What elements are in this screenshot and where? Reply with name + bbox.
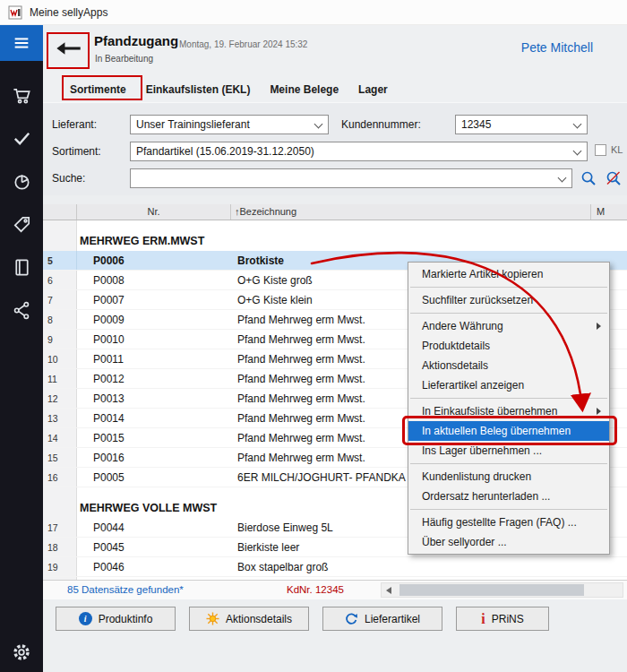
cell-nr: P0011 — [77, 349, 231, 368]
network-icon — [12, 300, 32, 321]
tab-lager[interactable]: Lager — [358, 80, 388, 101]
header-bezeichnung[interactable]: ↑Bezeichnung — [231, 204, 591, 220]
group-header-row: MEHRWEG ERM.MWST — [43, 220, 627, 251]
sortiment-select[interactable]: Pfandartikel (15.06.2019-31.12.2050) — [130, 142, 588, 161]
app-title: Meine sellyApps — [30, 6, 107, 19]
menu-item-suchfilter-zur-cksetzen[interactable]: Suchfilter zurücksetzen — [408, 290, 609, 310]
kundennummer-label: Kundennummer: — [341, 118, 421, 131]
menu-item-in-einkaufsliste-bernehmen[interactable]: In Einkaufsliste übernehmen — [408, 401, 609, 421]
kl-label: KL — [611, 144, 623, 155]
row-number — [43, 220, 77, 251]
cell-nr: P0045 — [77, 538, 231, 556]
kl-checkbox[interactable] — [595, 144, 606, 156]
row-number: 17 — [43, 518, 77, 537]
scroll-left-icon[interactable] — [386, 587, 391, 594]
row-number: 11 — [43, 369, 77, 388]
advanced-search-button[interactable] — [602, 168, 625, 190]
cell-nr: P0044 — [77, 518, 231, 537]
page-title: Pfandzugang — [94, 33, 178, 48]
cell-nr: P0013 — [77, 389, 231, 408]
row-number: 9 — [43, 330, 77, 349]
scrollbar-thumb[interactable] — [399, 584, 584, 596]
search-button[interactable] — [577, 168, 600, 190]
row-number: 18 — [43, 538, 77, 556]
menu-item-produktdetails[interactable]: Produktdetails — [408, 336, 609, 356]
lieferartikel-button[interactable]: Lieferartikel — [322, 607, 442, 631]
lieferant-value: Unser Trainingslieferant — [136, 118, 250, 131]
menu-item-ber-sellyorder[interactable]: Über sellyorder ... — [408, 532, 609, 552]
menu-separator — [408, 461, 609, 467]
filter-form: Lieferant: Unser Trainingslieferant Kund… — [43, 102, 627, 195]
row-number — [43, 487, 77, 518]
arrow-left-icon — [55, 39, 83, 57]
lieferant-label: Lieferant: — [52, 118, 97, 131]
back-button[interactable] — [52, 38, 86, 61]
cell-bezeichnung: Box stapelbar groß — [231, 557, 591, 576]
table-header: Nr. ↑Bezeichnung M — [43, 204, 627, 220]
tab-bar: SortimenteEinkaufslisten (EKL)Meine Bele… — [70, 80, 388, 101]
header-menge[interactable]: M — [591, 204, 627, 220]
price-tag-icon — [12, 214, 32, 235]
sidebar-item-prices[interactable] — [0, 206, 43, 242]
row-number: 14 — [43, 428, 77, 447]
lieferant-select[interactable]: Unser Trainingslieferant — [130, 115, 329, 134]
menu-item-andere-w-hrung[interactable]: Andere Währung — [408, 316, 609, 336]
sidebar-item-statistics[interactable] — [0, 163, 43, 199]
sidebar-item-cart[interactable] — [0, 77, 43, 113]
sun-icon — [206, 612, 219, 625]
menu-item-ins-lager-bernehmen[interactable]: Ins Lager übernehmen ... — [408, 441, 609, 461]
menu-item-in-aktuellen-beleg-bernehmen[interactable]: In aktuellen Beleg übernehmen — [408, 421, 609, 441]
table-row[interactable]: 19P0046Box stapelbar groß — [43, 557, 627, 577]
menu-item-aktionsdetails[interactable]: Aktionsdetails — [408, 356, 609, 375]
aktionsdetails-button[interactable]: Aktionsdetails — [189, 607, 309, 631]
menu-item-h-ufig-gestellte-fragen-faq[interactable]: Häufig gestellte Fragen (FAQ) ... — [408, 513, 609, 532]
records-found-text: 85 Datensätze gefunden* — [67, 584, 184, 595]
menu-separator — [408, 395, 609, 401]
row-number: 7 — [43, 290, 77, 309]
row-number: 5 — [43, 251, 77, 270]
menu-button[interactable] — [0, 25, 43, 61]
menu-item-ordersatz-herunterladen[interactable]: Ordersatz herunterladen ... — [408, 487, 609, 506]
menu-item-lieferartikel-anzeigen[interactable]: Lieferartikel anzeigen — [408, 375, 609, 395]
sidebar-item-tasks[interactable] — [0, 120, 43, 156]
suche-label: Suche: — [52, 172, 85, 185]
row-number: 16 — [43, 468, 77, 487]
customer-number-text: KdNr. 12345 — [287, 584, 344, 595]
produktinfo-button[interactable]: iProduktinfo — [56, 607, 176, 631]
checkmark-icon — [12, 128, 32, 149]
sortiment-value: Pfandartikel (15.06.2019-31.12.2050) — [136, 145, 314, 158]
status-bar: 85 Datensätze gefunden* KdNr. 12345 — [43, 580, 627, 599]
menu-item-markierte-artikel-kopieren[interactable]: Markierte Artikel kopieren — [408, 264, 609, 284]
user-name[interactable]: Pete Mitchell — [521, 40, 593, 55]
cell-nr: P0016 — [77, 448, 231, 467]
search-input[interactable] — [130, 168, 572, 188]
cell-nr: P0009 — [77, 310, 231, 329]
sidebar-item-network[interactable] — [0, 292, 43, 328]
row-number: 8 — [43, 310, 77, 329]
kundennummer-select[interactable]: 12345 — [455, 115, 588, 134]
tab-meine-belege[interactable]: Meine Belege — [270, 80, 339, 101]
advanced-search-icon — [605, 169, 623, 187]
horizontal-scrollbar[interactable] — [381, 582, 623, 598]
page-status-badge: In Bearbeitung — [95, 54, 153, 64]
cell-menge — [591, 557, 627, 576]
tab-einkaufslisten-ekl[interactable]: Einkaufslisten (EKL) — [146, 80, 251, 101]
chevron-down-icon — [573, 120, 582, 129]
row-number: 6 — [43, 271, 77, 289]
tab-sortimente[interactable]: Sortimente — [70, 80, 126, 101]
titlebar: Meine sellyApps — [0, 0, 627, 25]
header-row-number — [43, 204, 77, 220]
row-number: 12 — [43, 389, 77, 408]
header-nr[interactable]: Nr. — [77, 204, 231, 220]
kundennummer-value: 12345 — [461, 118, 491, 131]
cell-nr: P0006 — [77, 251, 231, 270]
settings-button[interactable] — [0, 634, 43, 670]
cell-nr: P0007 — [77, 290, 231, 309]
info-icon: i — [79, 612, 92, 625]
header: Pfandzugang Montag, 19. Februar 2024 15:… — [43, 25, 627, 102]
menu-item-kundenlistung-drucken[interactable]: Kundenlistung drucken — [408, 467, 609, 487]
prins-button[interactable]: iPRiNS — [456, 607, 549, 631]
row-number: 19 — [43, 557, 77, 576]
sidebar-item-catalog[interactable] — [0, 249, 43, 285]
settings-gear-icon — [11, 642, 32, 663]
